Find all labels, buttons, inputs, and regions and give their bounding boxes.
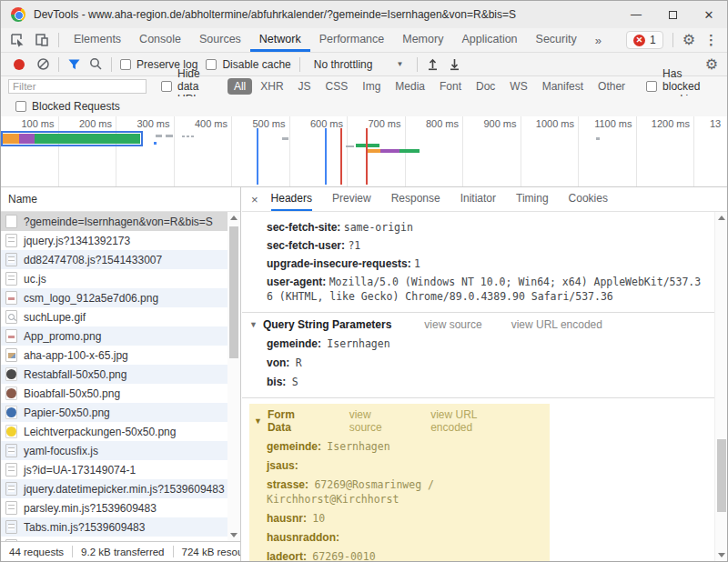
filter-chip-ws[interactable]: WS — [503, 78, 533, 95]
query-params-list: gemeinde: Isernhagenvon: Rbis: S — [242, 334, 714, 391]
error-count-badge[interactable]: ✕ 1 — [626, 31, 663, 49]
request-row[interactable]: Papier-50x50.png — [1, 403, 228, 422]
request-row[interactable]: parsley.min.js?1539609483 — [1, 498, 228, 517]
chrome-logo-icon — [11, 7, 25, 22]
request-row[interactable]: yaml-focusfix.js — [1, 441, 228, 460]
throttling-dropdown[interactable]: No throttling ▼ — [308, 58, 410, 71]
settings-gear-icon[interactable]: ⚙ — [682, 33, 695, 47]
header-name: upgrade-insecure-requests: — [267, 257, 411, 270]
search-icon[interactable] — [89, 57, 103, 71]
record-button[interactable] — [14, 59, 25, 70]
scrollbar-thumb[interactable] — [717, 439, 726, 512]
close-details-icon[interactable]: × — [251, 193, 258, 206]
request-row[interactable]: aha-app-100-x-65.jpg — [1, 346, 228, 365]
divider — [58, 33, 59, 47]
request-row[interactable]: jquery.js?1341392173 — [1, 231, 228, 250]
waterfall-bar — [346, 146, 354, 147]
tab-application[interactable]: Application — [452, 28, 526, 52]
request-row[interactable]: csm_logo_912a5e7d06.png — [1, 288, 228, 307]
param-value: Isernhagen — [327, 337, 389, 350]
import-har-icon[interactable] — [426, 57, 440, 71]
disclosure-triangle-icon[interactable]: ▼ — [249, 320, 258, 329]
scroll-down-icon[interactable] — [230, 533, 238, 537]
blocked-requests-checkbox[interactable]: Blocked Requests — [15, 100, 120, 113]
details-tab-timing[interactable]: Timing — [516, 187, 549, 211]
details-scrollbar[interactable] — [714, 212, 727, 561]
scroll-up-icon[interactable] — [718, 216, 725, 220]
network-status-bar: 44 requests9.2 kB transferred724 kB reso… — [1, 541, 240, 561]
filter-chip-css[interactable]: CSS — [319, 78, 355, 95]
filter-chip-media[interactable]: Media — [389, 78, 431, 95]
filter-chip-img[interactable]: Img — [356, 78, 387, 95]
filter-chip-other[interactable]: Other — [592, 78, 632, 95]
details-tab-cookies[interactable]: Cookies — [569, 187, 608, 211]
details-tab-response[interactable]: Response — [391, 187, 440, 211]
request-row[interactable]: uc.js — [1, 269, 228, 288]
export-har-icon[interactable] — [448, 57, 461, 71]
waterfall-bar — [166, 135, 173, 137]
filter-chip-all[interactable]: All — [228, 78, 252, 95]
request-row[interactable]: Tabs.min.js?1539609483 — [1, 517, 228, 537]
request-row[interactable]: ?gemeinde=Isernhagen&von=R&bis=S — [1, 212, 228, 231]
waterfall-bar — [154, 142, 157, 145]
filter-funnel-icon[interactable] — [67, 58, 81, 71]
request-row[interactable]: suchLupe.gif — [1, 307, 228, 326]
request-name: Leichtverpackungen-50x50.png — [24, 426, 176, 438]
param-entry: jsaus: — [249, 456, 550, 475]
tab-security[interactable]: Security — [527, 28, 586, 52]
request-name: aha-app-100-x-65.jpg — [24, 349, 128, 362]
request-row[interactable]: App_promo.png — [1, 326, 228, 346]
scroll-down-icon[interactable] — [718, 553, 725, 557]
view-url-encoded-link[interactable]: view URL encoded — [511, 318, 602, 331]
param-name: bis: — [267, 376, 286, 388]
request-row[interactable]: Leichtverpackungen-50x50.png — [1, 422, 228, 441]
more-tabs-button[interactable]: » — [586, 34, 611, 47]
close-button[interactable]: ✕ — [691, 1, 727, 28]
details-tab-headers[interactable]: Headers — [271, 187, 312, 211]
tab-network[interactable]: Network — [250, 28, 310, 52]
network-toolbar: Preserve log Disable cache No throttling… — [1, 53, 727, 76]
disclosure-triangle-icon[interactable]: ▼ — [254, 416, 262, 426]
request-row[interactable]: jquery.datetimepicker.min.js?1539609483 — [1, 479, 228, 498]
tab-elements[interactable]: Elements — [65, 28, 130, 52]
filter-chip-js[interactable]: JS — [292, 78, 318, 95]
filter-chip-xhr[interactable]: XHR — [254, 78, 289, 95]
tab-console[interactable]: Console — [130, 28, 190, 52]
request-row[interactable]: Restabfall-50x50.png — [1, 365, 228, 384]
request-row[interactable]: dd82474708.js?1541433007 — [1, 250, 228, 269]
scroll-up-icon[interactable] — [230, 216, 238, 220]
view-source-link[interactable]: view source — [424, 318, 481, 331]
tab-sources[interactable]: Sources — [190, 28, 250, 52]
name-column-header[interactable]: Name — [1, 187, 240, 212]
request-list-scrollbar[interactable] — [228, 212, 240, 541]
param-name: ladeort: — [267, 550, 307, 562]
timeline-tick-label: 100 ms — [1, 116, 59, 186]
filter-chip-doc[interactable]: Doc — [470, 78, 501, 95]
details-tab-initiator[interactable]: Initiator — [460, 187, 496, 211]
filter-chip-manifest[interactable]: Manifest — [536, 78, 590, 95]
view-url-encoded-link[interactable]: view URL encoded — [430, 408, 513, 434]
view-source-link[interactable]: view source — [349, 408, 401, 434]
network-filter-input[interactable] — [8, 79, 147, 94]
clear-button[interactable] — [36, 57, 50, 71]
minimize-button[interactable]: — — [618, 1, 654, 28]
image-icon — [5, 291, 17, 305]
inspect-element-icon[interactable] — [10, 33, 25, 47]
script-icon — [5, 501, 17, 515]
request-row[interactable]: Bioabfall-50x50.png — [1, 384, 228, 403]
tab-performance[interactable]: Performance — [310, 28, 394, 52]
filter-chip-font[interactable]: Font — [433, 78, 468, 95]
window-controls: — ✕ — [618, 1, 727, 28]
device-toolbar-icon[interactable] — [35, 33, 49, 47]
kebab-menu-icon[interactable]: ⋮ — [704, 32, 718, 48]
details-tab-preview[interactable]: Preview — [332, 187, 371, 211]
tab-memory[interactable]: Memory — [393, 28, 452, 52]
request-row[interactable]: js?id=UA-173149074-1 — [1, 460, 228, 479]
query-section-title: Query String Parameters — [263, 318, 391, 331]
overview-timeline-labels: 100 ms200 ms300 ms400 ms500 ms600 ms700 … — [1, 116, 727, 186]
scrollbar-thumb[interactable] — [229, 226, 238, 358]
window-title: DevTools - www.aha-region.de/abholtermin… — [34, 8, 516, 21]
waterfall-overview[interactable]: 100 ms200 ms300 ms400 ms500 ms600 ms700 … — [1, 116, 727, 187]
param-entry: von: R — [242, 353, 714, 372]
maximize-button[interactable] — [654, 1, 691, 28]
